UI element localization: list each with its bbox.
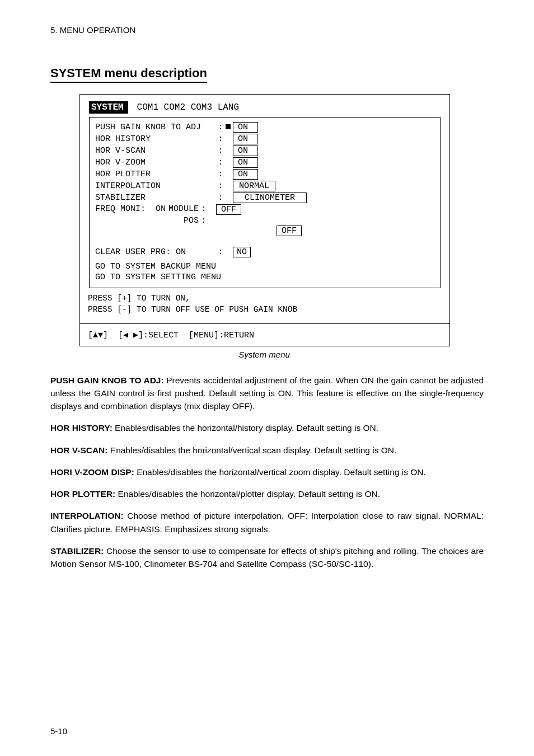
- footer-line-1: PRESS [+] TO TURN ON,: [88, 294, 190, 303]
- menu-frame: SYSTEM COM1 COM2 COM3 LANG PUSH GAIN KNO…: [50, 94, 484, 359]
- label: CLEAR USER PRG: ON: [95, 247, 216, 257]
- label: GO TO SYSTEM SETTING MENU: [95, 273, 221, 282]
- sub-label: POS: [162, 216, 199, 226]
- label: HOR HISTORY: [95, 134, 216, 144]
- desc-interpolation: INTERPOLATION: Choose method of picture …: [50, 509, 484, 536]
- row-hor-plotter: HOR PLOTTER: ON: [95, 169, 434, 180]
- term: HOR PLOTTER:: [50, 489, 115, 499]
- tab-rest: COM1 COM2 COM3 LANG: [137, 102, 239, 112]
- row-hor-vzoom: HOR V-ZOOM: ON: [95, 157, 434, 168]
- definition: Choose the sensor to use to compensate f…: [50, 546, 484, 569]
- menu-footer: PRESS [+] TO TURN ON, PRESS [-] TO TURN …: [80, 290, 449, 323]
- value-box: NO: [233, 247, 251, 257]
- value-box: ON: [233, 122, 258, 133]
- row-stabilizer: STABILIZER: CLINOMETER: [95, 192, 434, 203]
- label: GO TO SYSTEM BACKUP MENU: [95, 262, 216, 271]
- menu-hint: [▲▼] [◀ ▶]:SELECT [MENU]:RETURN: [80, 323, 449, 346]
- row-goto-setting: GO TO SYSTEM SETTING MENU: [95, 273, 434, 282]
- value-box: CLINOMETER: [233, 192, 307, 203]
- definition: Enables/disables the horizontal/plotter …: [115, 489, 380, 499]
- label: PUSH GAIN KNOB TO ADJ: [95, 123, 216, 132]
- label: HOR V-ZOOM: [95, 158, 216, 167]
- row-clear-user-prg: CLEAR USER PRG: ON: NO: [95, 247, 434, 257]
- label: FREQ MONI: ON: [95, 204, 162, 214]
- desc-hor-vscan: HOR V-SCAN: Enables/disables the horizon…: [50, 444, 484, 457]
- definition: Enables/disables the horizontal/vertical…: [134, 467, 426, 477]
- desc-hor-history: HOR HISTORY: Enables/disables the horizo…: [50, 421, 484, 434]
- label: HOR PLOTTER: [95, 170, 216, 179]
- footer-line-2: PRESS [-] TO TURN OFF USE OF PUSH GAIN K…: [88, 305, 297, 314]
- page-header: 5. MENU OPERATION: [50, 25, 484, 35]
- section-title: SYSTEM menu description: [50, 66, 207, 83]
- row-push-gain: PUSH GAIN KNOB TO ADJ: ON: [95, 122, 434, 133]
- term: INTERPOLATION:: [50, 511, 124, 520]
- term: HOR HISTORY:: [50, 423, 113, 433]
- value-box: ON: [233, 169, 258, 180]
- menu-inner: PUSH GAIN KNOB TO ADJ: ON HOR HISTORY: O…: [89, 117, 441, 288]
- label: INTERPOLATION: [95, 181, 216, 191]
- desc-stabilizer: STABILIZER: Choose the sensor to use to …: [50, 544, 484, 571]
- sub-label: MODULE: [162, 204, 199, 214]
- value-box: ON: [233, 157, 258, 168]
- value-box: ON: [233, 145, 258, 156]
- figure-caption: System menu: [79, 350, 449, 359]
- label: HOR V-SCAN: [95, 146, 216, 156]
- row-interpolation: INTERPOLATION: NORMAL: [95, 181, 434, 191]
- row-hor-vscan: HOR V-SCAN: ON: [95, 145, 434, 156]
- desc-push-gain: PUSH GAIN KNOB TO ADJ: Prevents accident…: [50, 374, 484, 413]
- desc-hor-plotter: HOR PLOTTER: Enables/disables the horizo…: [50, 487, 484, 500]
- row-hor-history: HOR HISTORY: ON: [95, 134, 434, 144]
- term: HORI V-ZOOM DISP:: [50, 467, 134, 477]
- value-box: OFF: [216, 204, 241, 215]
- page-number: 5-10: [50, 726, 67, 736]
- row-goto-backup: GO TO SYSTEM BACKUP MENU: [95, 262, 434, 271]
- term: STABILIZER:: [50, 546, 104, 556]
- desc-hor-vzoom: HORI V-ZOOM DISP: Enables/disables the h…: [50, 466, 484, 478]
- value-box: OFF: [277, 226, 302, 236]
- term: PUSH GAIN KNOB TO ADJ:: [50, 375, 164, 385]
- definition: Enables/disables the horizontal/history …: [113, 423, 378, 433]
- row-freq-moni: FREQ MONI: ON MODULE : OFF: [95, 204, 434, 215]
- definition: Enables/disables the horizontal/vertical…: [107, 445, 396, 455]
- value-box: ON: [233, 134, 258, 144]
- marker-icon: [226, 124, 231, 129]
- row-pos: POS : OFF: [95, 216, 434, 246]
- label: STABILIZER: [95, 193, 216, 203]
- menu-tabs: SYSTEM COM1 COM2 COM3 LANG: [80, 95, 449, 117]
- tab-system: SYSTEM: [89, 101, 128, 114]
- term: HOR V-SCAN:: [50, 445, 107, 455]
- value-box: NORMAL: [233, 181, 275, 191]
